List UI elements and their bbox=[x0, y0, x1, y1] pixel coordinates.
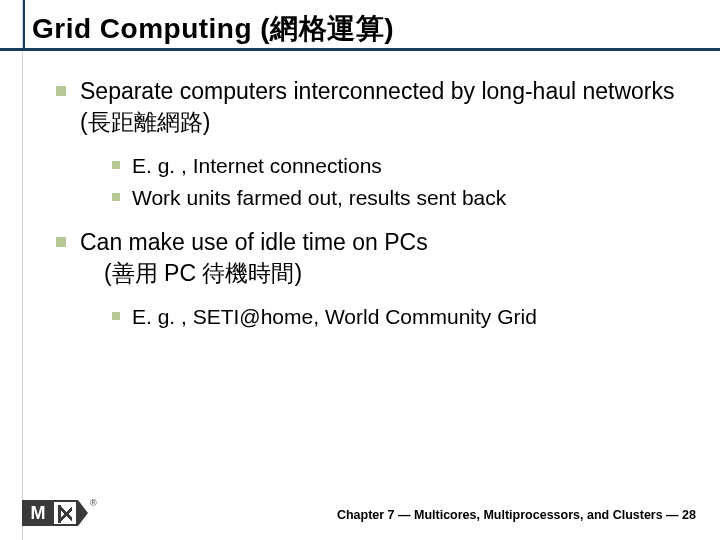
title-area: Grid Computing (網格運算) bbox=[0, 0, 720, 48]
sub-bullet-group: E. g. , Internet connections Work units … bbox=[112, 152, 680, 213]
logo-triangle-icon bbox=[78, 500, 88, 526]
bullet-level2: E. g. , SETI@home, World Community Grid bbox=[112, 303, 680, 331]
bullet-level1: Can make use of idle time on PCs (善用 PC … bbox=[56, 227, 680, 289]
bullet-text: E. g. , SETI@home, World Community Grid bbox=[132, 303, 537, 331]
logo-letter-m: M bbox=[22, 500, 54, 526]
margin-guide-line bbox=[22, 0, 23, 540]
sub-bullet-group: E. g. , SETI@home, World Community Grid bbox=[112, 303, 680, 331]
title-rule-horizontal bbox=[0, 48, 720, 51]
publisher-logo: M ® bbox=[22, 500, 97, 526]
slide-body: Separate computers interconnected by lon… bbox=[0, 48, 720, 331]
bullet-level2: Work units farmed out, results sent back bbox=[112, 184, 680, 212]
bullet-level2: E. g. , Internet connections bbox=[112, 152, 680, 180]
slide: Grid Computing (網格運算) Separate computers… bbox=[0, 0, 720, 540]
mk-logo-icon: M bbox=[22, 500, 88, 526]
bullet-level1: Separate computers interconnected by lon… bbox=[56, 76, 680, 138]
square-bullet-icon bbox=[56, 86, 66, 96]
bullet-line: Can make use of idle time on PCs bbox=[80, 227, 428, 258]
slide-title: Grid Computing (網格運算) bbox=[32, 10, 720, 48]
registered-mark: ® bbox=[90, 498, 97, 508]
square-bullet-icon bbox=[56, 237, 66, 247]
square-bullet-icon bbox=[112, 161, 120, 169]
slide-footer: Chapter 7 — Multicores, Multiprocessors,… bbox=[337, 508, 696, 522]
bullet-text-multiline: Can make use of idle time on PCs (善用 PC … bbox=[80, 227, 428, 289]
bullet-text: E. g. , Internet connections bbox=[132, 152, 382, 180]
square-bullet-icon bbox=[112, 312, 120, 320]
bullet-line: (善用 PC 待機時間) bbox=[80, 258, 428, 289]
logo-letter-k bbox=[54, 500, 78, 526]
bullet-text: Work units farmed out, results sent back bbox=[132, 184, 506, 212]
square-bullet-icon bbox=[112, 193, 120, 201]
bullet-text: Separate computers interconnected by lon… bbox=[80, 76, 680, 138]
